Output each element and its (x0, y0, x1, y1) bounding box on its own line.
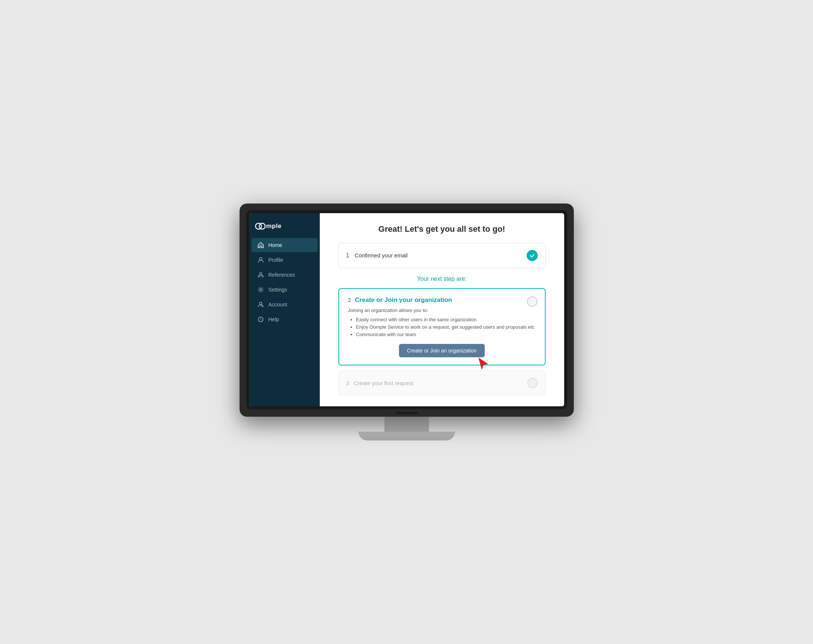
step1-completed-card: 1 Confirmed your email (338, 243, 546, 268)
sidebar-label-home: Home (268, 242, 282, 248)
monitor-stand-base (358, 432, 455, 440)
profile-icon (258, 257, 264, 263)
svg-marker-13 (479, 358, 488, 369)
svg-point-10 (261, 305, 263, 307)
step3-toggle (528, 378, 538, 388)
create-org-button[interactable]: Create or Join an organization (399, 344, 485, 357)
home-icon (258, 242, 264, 248)
svg-line-6 (259, 275, 261, 276)
svg-point-9 (259, 302, 262, 305)
bullet-2: Enjoy Oomple Service to work on a reques… (356, 324, 536, 330)
sidebar-item-settings[interactable]: Settings (252, 283, 318, 297)
svg-point-2 (259, 258, 262, 260)
step1-text: Confirmed your email (355, 252, 408, 259)
app-logo: mple (249, 217, 320, 238)
main-content: Great! Let's get you all set to go! 1 Co… (320, 213, 564, 406)
create-org-btn-wrapper: Create or Join an organization (399, 344, 485, 357)
svg-point-3 (259, 273, 262, 275)
help-icon: ? (258, 316, 264, 323)
logo-icon (255, 222, 265, 230)
references-icon (258, 271, 264, 278)
sidebar-label-help: Help (268, 316, 279, 322)
monitor: mple Home (239, 204, 574, 417)
monitor-bezel: mple Home (246, 210, 567, 409)
account-icon (258, 301, 264, 308)
step2-number: 2 (348, 297, 351, 303)
step3-disabled-card: 3 Create your first request (338, 371, 546, 395)
sidebar-item-help[interactable]: ? Help (252, 312, 318, 327)
svg-point-1 (259, 223, 265, 229)
cursor-arrow-indicator (477, 357, 491, 370)
sidebar-item-home[interactable]: Home (252, 238, 318, 252)
sidebar-label-references: References (268, 272, 295, 278)
step3-number: 3 (346, 380, 349, 386)
monitor-bottom-bar (246, 409, 567, 417)
sidebar-label-profile: Profile (268, 257, 283, 263)
settings-icon (258, 286, 264, 293)
step2-bullets: Easily connect with other users in the s… (348, 317, 536, 337)
next-step-label: Your next step are: (338, 276, 546, 282)
svg-point-8 (259, 289, 261, 291)
step1-number: 1 (346, 252, 350, 259)
logo-text: mple (266, 222, 282, 230)
step1-label: 1 Confirmed your email (346, 252, 408, 259)
svg-text:?: ? (259, 318, 261, 322)
monitor-notch (396, 412, 418, 414)
page-title: Great! Let's get you all set to go! (338, 224, 546, 234)
svg-line-7 (261, 275, 262, 276)
sidebar-label-settings: Settings (268, 287, 287, 293)
sidebar-item-references[interactable]: References (252, 268, 318, 282)
sidebar-item-profile[interactable]: Profile (252, 253, 318, 267)
step2-card: 2 Create or Join your organization Joini… (338, 288, 546, 365)
bullet-1: Easily connect with other users in the s… (356, 317, 536, 322)
step3-label: 3 Create your first request (346, 380, 413, 386)
step2-description: Joining an organization allows you to: (348, 308, 536, 313)
monitor-screen: mple Home (249, 213, 564, 406)
svg-point-5 (262, 276, 263, 277)
sidebar-label-account: Account (268, 302, 287, 308)
sidebar: mple Home (249, 213, 320, 406)
sidebar-item-account[interactable]: Account (252, 297, 318, 311)
svg-point-4 (258, 276, 259, 277)
step2-title: 2 Create or Join your organization (348, 296, 536, 304)
step2-toggle (527, 296, 537, 307)
bullet-3: Communicate with our team (356, 332, 536, 337)
step1-check-icon (527, 250, 538, 261)
monitor-stand-neck (384, 417, 429, 432)
